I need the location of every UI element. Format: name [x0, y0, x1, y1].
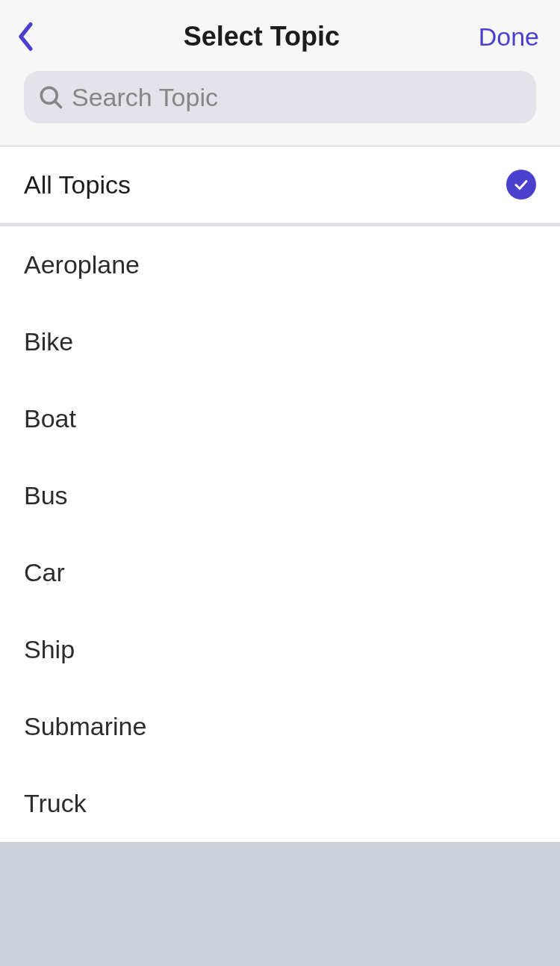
topic-item[interactable]: Bus [0, 457, 560, 534]
svg-line-1 [55, 102, 61, 108]
search-input[interactable] [72, 83, 523, 112]
topic-item[interactable]: Bike [0, 303, 560, 380]
search-container [0, 60, 560, 146]
all-topics-row[interactable]: All Topics [0, 146, 560, 223]
topic-label: Bus [24, 481, 68, 510]
topic-item[interactable]: Boat [0, 380, 560, 457]
topic-item[interactable]: Aeroplane [0, 226, 560, 303]
search-bar[interactable] [24, 71, 536, 123]
done-button[interactable]: Done [479, 22, 539, 52]
header-area: Select Topic Done [0, 0, 560, 146]
topic-list: Aeroplane Bike Boat Bus Car Ship Submari… [0, 226, 560, 842]
search-icon [37, 84, 64, 111]
page-title: Select Topic [45, 21, 479, 52]
topic-label: Aeroplane [24, 250, 140, 279]
topic-label: Boat [24, 404, 76, 433]
topic-label: Truck [24, 789, 87, 818]
navbar: Select Topic Done [0, 13, 560, 60]
topic-item[interactable]: Truck [0, 765, 560, 842]
check-icon [512, 176, 530, 193]
selected-indicator [506, 170, 536, 199]
topic-label: Car [24, 558, 65, 587]
chevron-left-icon [16, 22, 37, 52]
topic-item[interactable]: Submarine [0, 688, 560, 765]
all-topics-label: All Topics [24, 170, 131, 199]
topic-item[interactable]: Car [0, 534, 560, 611]
back-button[interactable] [7, 18, 45, 55]
topic-item[interactable]: Ship [0, 611, 560, 688]
topic-label: Bike [24, 327, 73, 356]
topic-label: Ship [24, 635, 75, 664]
topic-label: Submarine [24, 712, 146, 741]
